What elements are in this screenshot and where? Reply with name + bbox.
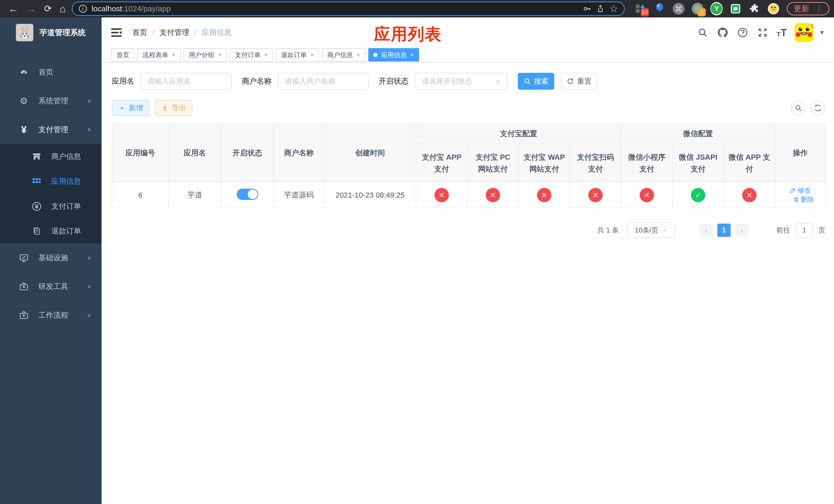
tab-process-form[interactable]: 流程表单 × <box>137 48 180 62</box>
reset-button-label: 重置 <box>577 76 591 86</box>
close-icon[interactable]: × <box>310 51 314 59</box>
delete-link[interactable]: 删除 <box>793 195 814 204</box>
edit-link[interactable]: 修改 <box>790 186 811 195</box>
col-merchant: 商户名称 <box>273 124 324 182</box>
merchant-name-input[interactable] <box>278 73 369 90</box>
search-button[interactable]: 搜索 <box>518 73 554 90</box>
back-icon[interactable]: ← <box>8 4 19 14</box>
page-size-value: 10条/页 <box>635 226 658 235</box>
tab-user-group[interactable]: 用户分组 × <box>184 48 227 62</box>
reset-button[interactable]: 重置 <box>561 73 597 90</box>
tab-app-info[interactable]: 应用信息 × <box>368 48 419 62</box>
tab-merchant-info[interactable]: 商户信息 × <box>322 48 365 62</box>
tabs-bar: 首页 流程表单 × 用户分组 × 支付订单 × 退款订单 × 商户信息 × <box>102 48 834 63</box>
profile-avatar-icon[interactable] <box>767 3 780 15</box>
balloon-extension-icon[interactable] <box>654 3 666 15</box>
proxy-extension-icon[interactable]: 1 <box>692 3 704 15</box>
chevron-down-icon: ∨ <box>496 79 500 84</box>
sidebar-item-workflow[interactable]: 工作流程 ∨ <box>0 301 102 330</box>
tab-label: 应用信息 <box>381 51 407 59</box>
user-avatar[interactable] <box>794 23 813 42</box>
page-size-select[interactable]: 10条/页 ∨ <box>627 223 675 238</box>
next-page-button[interactable]: › <box>735 224 749 237</box>
status-select-placeholder: 请选择开启状态 <box>422 76 472 86</box>
site-info-icon[interactable] <box>78 4 87 13</box>
password-key-icon[interactable] <box>583 4 592 13</box>
reload-icon[interactable]: ⟳ <box>44 4 52 13</box>
refresh-button[interactable] <box>810 100 825 115</box>
close-icon[interactable]: × <box>218 51 222 59</box>
chevron-down-icon: ∨ <box>87 284 91 290</box>
export-button[interactable]: 导出 <box>155 100 192 116</box>
sidebar-item-system[interactable]: ⚙ 系统管理 ∨ <box>0 87 102 115</box>
sidebar-item-home[interactable]: 首页 <box>0 58 102 87</box>
close-icon[interactable]: × <box>172 51 175 59</box>
extension-icons: 10 ⌘ 1 Y <box>627 3 782 15</box>
breadcrumb-home[interactable]: 首页 <box>132 27 147 38</box>
share-icon[interactable] <box>596 4 605 13</box>
apps-table: 应用编号 应用名 开启状态 商户名称 创建时间 支付宝配置 微信配置 操作 支付… <box>112 123 826 208</box>
search-icon[interactable] <box>697 26 709 39</box>
help-icon[interactable] <box>737 26 749 39</box>
sidebar-item-label: 研发工具 <box>39 281 68 292</box>
sidebar-logo[interactable]: 🐰 芋道管理系统 <box>0 18 102 48</box>
avatar-caret-icon[interactable]: ▼ <box>819 29 825 36</box>
breadcrumb-payment[interactable]: 支付管理 <box>159 27 189 38</box>
app-name-input[interactable] <box>140 73 232 90</box>
extensions-puzzle-icon[interactable] <box>748 3 761 15</box>
toggle-search-button[interactable] <box>791 100 806 115</box>
adblock-extension-icon[interactable]: 10 <box>635 3 647 15</box>
col-operations: 操作 <box>775 124 826 182</box>
page-number-1[interactable]: 1 <box>717 224 731 237</box>
tab-refund-orders[interactable]: 退款订单 × <box>276 48 319 62</box>
sidebar-item-payment[interactable]: ¥ 支付管理 ∧ <box>0 115 102 144</box>
url-text[interactable]: localhost:1024/pay/app <box>91 4 578 13</box>
browser-nav-buttons: ← → ⟳ ⌂ <box>5 4 69 14</box>
close-icon[interactable]: × <box>356 51 360 59</box>
page-suffix: 页 <box>818 226 825 235</box>
address-bar[interactable]: localhost:1024/pay/app ☆ <box>72 2 625 16</box>
sidebar-item-label: 应用信息 <box>51 176 81 187</box>
col-wechat-jsapi: 微信 JSAPI 支付 <box>673 144 724 182</box>
disabled-icon: ✕ <box>435 188 449 202</box>
prev-page-button[interactable]: ‹ <box>699 224 713 237</box>
adblock-badge: 10 <box>641 8 649 17</box>
chrome-update-button[interactable]: 更新 ⋮ <box>787 2 829 15</box>
goto-page-input[interactable] <box>796 223 813 238</box>
status-label: 开启状态 <box>379 76 409 86</box>
fullscreen-icon[interactable] <box>756 26 769 39</box>
home-icon[interactable]: ⌂ <box>60 4 66 14</box>
col-wechat-app: 微信 APP 支付 <box>724 144 775 182</box>
group-wechat-config: 微信配置 <box>621 124 775 144</box>
app-title: 芋道管理系统 <box>40 27 86 38</box>
add-button[interactable]: ＋ 新增 <box>112 100 149 116</box>
disabled-icon: ✕ <box>537 188 551 202</box>
y-extension-icon[interactable]: Y <box>710 3 723 15</box>
sidebar-item-app-info[interactable]: 应用信息 <box>0 169 102 194</box>
table-row: 6 芋道 芋道源码 2021-10-23 08:49:25 ✕ ✕ ✕ ✕ ✕ … <box>112 182 826 208</box>
font-size-icon[interactable]: TT <box>776 27 787 38</box>
forward-icon[interactable]: → <box>26 4 37 14</box>
github-icon[interactable] <box>717 26 729 39</box>
tab-home[interactable]: 首页 <box>111 48 134 62</box>
sidebar-item-refund-orders[interactable]: 退款订单 <box>0 219 102 244</box>
cell-app-name: 芋道 <box>169 182 221 208</box>
bookmark-star-icon[interactable]: ☆ <box>609 4 618 13</box>
command-extension-icon[interactable]: ⌘ <box>673 3 685 15</box>
sidebar-item-label: 工作流程 <box>39 310 68 320</box>
tab-pay-orders[interactable]: 支付订单 × <box>230 48 273 62</box>
close-icon[interactable]: × <box>410 51 414 59</box>
sidebar-item-infrastructure[interactable]: 基础设施 ∨ <box>0 244 102 272</box>
sidebar-collapse-icon[interactable] <box>111 27 122 38</box>
status-toggle[interactable] <box>237 189 258 200</box>
monitor-icon <box>18 253 30 263</box>
chat-extension-icon[interactable] <box>729 3 742 15</box>
sidebar-item-dev-tools[interactable]: 研发工具 ∨ <box>0 272 102 301</box>
status-select[interactable]: 请选择开启状态 ∨ <box>415 73 507 90</box>
browser-menu-icon[interactable]: ⋮ <box>815 4 822 13</box>
col-alipay-qr: 支付宝扫码支付 <box>570 144 621 182</box>
sidebar-item-merchant-info[interactable]: 商户信息 <box>0 144 102 169</box>
close-icon[interactable]: × <box>264 51 268 59</box>
sidebar-item-pay-orders[interactable]: 支付订单 <box>0 194 102 219</box>
pagination: 共 1 条 10条/页 ∨ ‹ 1 › 前往 页 <box>112 223 825 238</box>
